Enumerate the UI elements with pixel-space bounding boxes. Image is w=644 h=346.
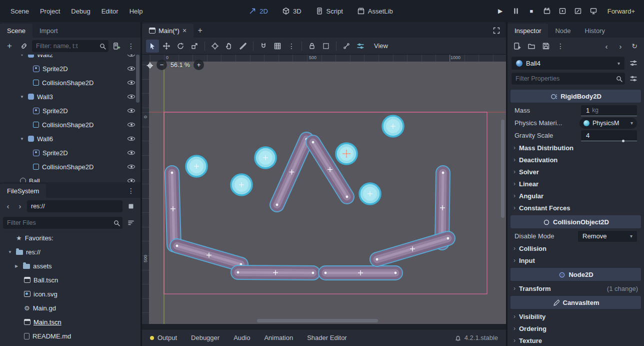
renderer-dropdown[interactable]: Forward+ <box>600 8 639 15</box>
scene-filter-input[interactable] <box>32 40 108 52</box>
fs-row-main-tscn[interactable]: Main.tscn <box>0 315 140 329</box>
visibility-icon[interactable] <box>127 93 136 101</box>
menu-help[interactable]: Help <box>124 4 148 18</box>
visibility-icon[interactable] <box>127 79 136 87</box>
physics-material-picker[interactable]: PhysicsM ▾ <box>580 118 637 129</box>
mode-2d[interactable]: 2D <box>244 4 273 18</box>
visibility-icon[interactable] <box>127 177 136 183</box>
smart-snap-button[interactable] <box>257 40 270 53</box>
path-input[interactable] <box>27 200 122 212</box>
property-filter-input[interactable] <box>512 73 625 85</box>
collapse-icon[interactable]: ▼ <box>20 95 25 99</box>
bottom-tab-debugger[interactable]: Debugger <box>191 334 220 341</box>
version-label[interactable]: 4.2.1.stable <box>464 334 498 341</box>
attach-script-button[interactable] <box>110 40 123 53</box>
group-constant-forces[interactable]: ›Constant Forces <box>508 202 643 214</box>
menu-debug[interactable]: Debug <box>66 4 96 18</box>
close-icon[interactable]: × <box>182 27 186 35</box>
fs-row-ball-tscn[interactable]: Ball.tscn <box>0 273 140 287</box>
collapse-icon[interactable]: ▼ <box>8 250 13 254</box>
group-deactivation[interactable]: ›Deactivation <box>508 154 643 166</box>
category-collisionobject2d[interactable]: CollisionObject2D <box>510 215 641 228</box>
group-mass-distribution[interactable]: ›Mass Distribution <box>508 142 643 154</box>
tree-row-collisionshape2d[interactable]: CollisionShape2D <box>0 118 140 132</box>
fs-row-main-gd[interactable]: ⚙ Main.gd <box>0 301 140 315</box>
tab-inspector[interactable]: Inspector <box>508 24 548 38</box>
ruler-tool-button[interactable] <box>236 40 250 53</box>
tree-row-ball[interactable]: Ball <box>0 174 140 182</box>
menu-project[interactable]: Project <box>34 4 66 18</box>
play-scene-button[interactable] <box>556 4 570 18</box>
toggle-split-mode-button[interactable] <box>124 200 138 213</box>
play-button[interactable]: ▶ <box>494 4 508 18</box>
bottom-tab-audio[interactable]: Audio <box>234 334 250 341</box>
canvas-vscrollbar[interactable] <box>501 120 504 218</box>
grid-snap-button[interactable] <box>271 40 284 53</box>
visibility-icon[interactable] <box>127 65 136 73</box>
nav-back-button[interactable]: ‹ <box>3 200 13 213</box>
rotate-tool-button[interactable] <box>174 40 187 53</box>
tree-row-wall3[interactable]: ▼ Wall3 <box>0 90 140 104</box>
mass-spinbox[interactable]: 1 kg <box>581 105 637 116</box>
scene-render[interactable] <box>149 62 506 324</box>
fs-row-favorites[interactable]: ★ Favorites: <box>0 231 140 245</box>
visibility-icon[interactable] <box>127 163 136 171</box>
expand-viewport-button[interactable] <box>490 24 503 37</box>
disable-mode-dropdown[interactable]: Remove ▾ <box>578 231 637 242</box>
tab-filesystem[interactable]: FileSystem <box>0 184 46 198</box>
visibility-icon[interactable] <box>127 121 136 129</box>
scale-tool-button[interactable] <box>188 40 201 53</box>
resource-options-button[interactable]: ⋮ <box>554 40 567 53</box>
save-resource-button[interactable] <box>540 40 552 53</box>
scene-tree-scrollbar[interactable] <box>136 55 140 103</box>
tab-scene[interactable]: Scene <box>0 24 32 38</box>
movie-maker-button[interactable] <box>540 4 554 18</box>
category-node2d[interactable]: Node2D <box>510 268 641 281</box>
group-collision[interactable]: ›Collision <box>508 242 643 254</box>
fs-row-assets[interactable]: ▶ assets <box>0 259 140 273</box>
tab-import[interactable]: Import <box>32 24 65 38</box>
file-sort-button[interactable] <box>124 216 138 229</box>
group-selected-button[interactable] <box>320 40 332 53</box>
notification-icon[interactable] <box>454 334 460 341</box>
new-resource-button[interactable] <box>510 40 524 53</box>
fs-row-icon-svg[interactable]: icon.svg <box>0 287 140 301</box>
pause-button[interactable] <box>509 4 523 18</box>
bottom-tab-shader-editor[interactable]: Shader Editor <box>307 334 347 341</box>
viewport-canvas[interactable]: 0 500 1000 0 500 − 56.1 % + <box>142 55 506 324</box>
tree-row-sprite2d[interactable]: Sprite2D <box>0 104 140 118</box>
group-input[interactable]: ›Input <box>508 254 643 266</box>
group-angular[interactable]: ›Angular <box>508 190 643 202</box>
category-rigidbody2d[interactable]: RigidBody2D <box>510 90 641 103</box>
new-scene-tab-button[interactable]: + <box>194 24 206 37</box>
menu-editor[interactable]: Editor <box>96 4 124 18</box>
tree-row-sprite2d[interactable]: Sprite2D <box>0 62 140 76</box>
node-extra-options-button[interactable] <box>627 57 640 70</box>
zoom-in-button[interactable]: + <box>194 60 204 70</box>
remote-debug-button[interactable] <box>586 4 600 18</box>
object-history-button[interactable]: ↻ <box>628 40 641 53</box>
gravity-scale-spinbox[interactable]: 4 <box>581 130 637 141</box>
tree-row-wall2[interactable]: ▼ Wall2 <box>0 55 140 62</box>
group-linear[interactable]: ›Linear <box>508 178 643 190</box>
file-filter-input[interactable] <box>3 217 122 229</box>
skeleton-tool-button[interactable] <box>340 40 353 53</box>
snap-options-button[interactable]: ⋮ <box>285 40 298 53</box>
group-ordering[interactable]: ›Ordering <box>508 322 643 334</box>
zoom-out-button[interactable]: − <box>156 60 167 70</box>
fs-row-readme[interactable]: README.md <box>0 329 140 343</box>
play-custom-scene-button[interactable] <box>571 4 585 18</box>
menu-scene[interactable]: Scene <box>5 4 34 18</box>
pan-tool-button[interactable] <box>222 40 236 53</box>
history-back-button[interactable]: ‹ <box>600 40 613 53</box>
tree-row-wall6[interactable]: ▼ Wall6 <box>0 132 140 146</box>
lock-selected-button[interactable] <box>306 40 318 53</box>
filesystem-options-button[interactable]: ⋮ <box>124 184 138 197</box>
mode-script[interactable]: Script <box>310 4 348 18</box>
group-visibility[interactable]: ›Visibility <box>508 310 643 322</box>
collapse-icon[interactable]: ▼ <box>20 55 25 57</box>
instance-scene-button[interactable] <box>18 40 30 53</box>
tree-row-collisionshape2d[interactable]: CollisionShape2D <box>0 160 140 174</box>
mode-3d[interactable]: 3D <box>277 4 306 18</box>
add-node-button[interactable]: + <box>3 40 16 53</box>
